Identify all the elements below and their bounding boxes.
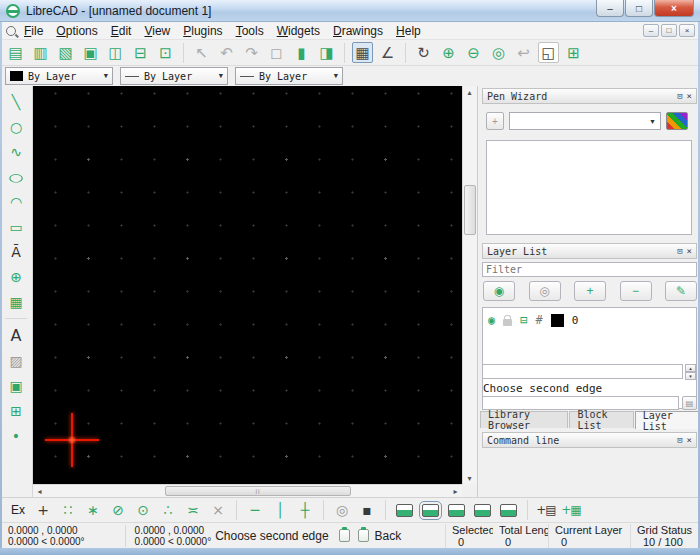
color-select[interactable]: By Layer ▼ bbox=[5, 67, 113, 85]
layer-list-header[interactable]: Layer List ⊡ × bbox=[482, 243, 697, 259]
pen-wizard-header[interactable]: Pen Wizard ⊡ × bbox=[482, 88, 697, 104]
point-tool-icon[interactable]: • bbox=[6, 425, 27, 446]
view-screen-5-icon[interactable] bbox=[500, 504, 517, 517]
close-panel-icon[interactable]: × bbox=[687, 91, 692, 101]
spline-tool-icon[interactable]: ∿ bbox=[6, 141, 27, 162]
snap-grid-icon[interactable]: ∷ bbox=[58, 500, 78, 520]
snap-center-icon[interactable]: ⊙ bbox=[133, 500, 153, 520]
command-history-input[interactable] bbox=[482, 364, 683, 379]
menu-tools[interactable]: Tools bbox=[236, 24, 264, 38]
snap-endpoint-icon[interactable]: ∗ bbox=[83, 500, 103, 520]
layer-print-icon[interactable]: ⊟ bbox=[520, 313, 527, 327]
command-input[interactable] bbox=[482, 396, 679, 410]
float-panel-icon[interactable]: ⊡ bbox=[677, 435, 682, 445]
library-tool-icon[interactable]: ⊞ bbox=[6, 400, 27, 421]
menu-drawings[interactable]: Drawings bbox=[333, 24, 383, 38]
zoom-in-icon[interactable]: ⊕ bbox=[438, 42, 459, 63]
zoom-auto-icon[interactable]: ◎ bbox=[488, 42, 509, 63]
select-window-icon[interactable]: ◻ bbox=[266, 42, 287, 63]
view-screen-4-icon[interactable] bbox=[474, 504, 491, 517]
horizontal-scroll-thumb[interactable]: || bbox=[165, 486, 351, 496]
add-command-widget-icon[interactable]: +▤ bbox=[536, 500, 556, 520]
layer-lock-icon[interactable] bbox=[503, 319, 512, 326]
layer-visible-icon[interactable]: ◉ bbox=[488, 313, 495, 327]
spin-up-icon[interactable]: ▴ bbox=[685, 364, 696, 372]
snap-free-icon[interactable]: + bbox=[33, 500, 53, 520]
pen-wizard-combo[interactable]: ▼ bbox=[509, 112, 661, 130]
add-layer-button[interactable]: + bbox=[574, 281, 606, 301]
insert-tool-icon[interactable]: ⊕ bbox=[6, 266, 27, 287]
menu-edit[interactable]: Edit bbox=[111, 24, 132, 38]
block-tool-icon[interactable]: ▦ bbox=[6, 291, 27, 312]
save-icon[interactable]: ▣ bbox=[80, 42, 101, 63]
zoom-pan-icon[interactable]: ⊞ bbox=[563, 42, 584, 63]
snap-middle-icon[interactable]: ∴ bbox=[158, 500, 178, 520]
ellipse-tool-icon[interactable]: ○ bbox=[3, 168, 29, 185]
draft-mode-icon[interactable]: ∠ bbox=[377, 42, 398, 63]
close-panel-icon[interactable]: × bbox=[687, 435, 692, 445]
edit-layer-button[interactable]: ✎ bbox=[665, 281, 697, 301]
snap-clear-icon[interactable]: × bbox=[208, 500, 228, 520]
command-keyboard-button[interactable]: ▤ bbox=[682, 396, 697, 410]
layer-color-swatch[interactable] bbox=[551, 314, 564, 327]
line-tool-icon[interactable]: ╲ bbox=[6, 91, 27, 112]
mdi-restore-button[interactable]: □ bbox=[661, 24, 677, 37]
close-button[interactable]: × bbox=[654, 0, 694, 17]
zoom-out-icon[interactable]: ⊖ bbox=[463, 42, 484, 63]
hatch-tool-icon[interactable]: ▨ bbox=[6, 350, 27, 371]
new-document-icon[interactable]: ▤ bbox=[5, 42, 26, 63]
scroll-left-icon[interactable]: ◂ bbox=[33, 485, 46, 497]
view-screen-2-icon[interactable] bbox=[422, 504, 439, 517]
spin-down-icon[interactable]: ▾ bbox=[685, 372, 696, 380]
tab-layer-list[interactable]: Layer List bbox=[635, 411, 699, 429]
scroll-right-icon[interactable]: ▸ bbox=[449, 485, 462, 497]
print-icon[interactable]: ⊟ bbox=[130, 42, 151, 63]
float-panel-icon[interactable]: ⊡ bbox=[677, 246, 682, 256]
back-icon[interactable] bbox=[358, 529, 369, 542]
menu-help[interactable]: Help bbox=[396, 24, 421, 38]
command-history-spinner[interactable]: ▴ ▾ bbox=[685, 364, 696, 379]
block-edit-icon[interactable]: ◨ bbox=[316, 42, 337, 63]
drawing-canvas[interactable] bbox=[33, 86, 462, 484]
pen-wizard-apply-button[interactable]: + bbox=[486, 112, 504, 130]
open-document-icon[interactable]: ▥ bbox=[30, 42, 51, 63]
dimension-tool-icon[interactable]: Ā bbox=[6, 241, 27, 262]
add-grid-widget-icon[interactable]: +▦ bbox=[561, 500, 581, 520]
redo-icon[interactable]: ↷ bbox=[241, 42, 262, 63]
line-width-select[interactable]: By Layer ▼ bbox=[120, 67, 228, 85]
maximize-button[interactable]: □ bbox=[625, 0, 653, 17]
minimize-button[interactable]: – bbox=[596, 0, 624, 17]
back-label[interactable]: Back bbox=[375, 529, 402, 543]
tab-block-list[interactable]: Block List bbox=[569, 411, 633, 428]
exclusive-snap-button[interactable]: Ex bbox=[8, 503, 28, 517]
snap-on-entity-icon[interactable]: ⊘ bbox=[108, 500, 128, 520]
menu-view[interactable]: View bbox=[144, 24, 170, 38]
show-all-layers-button[interactable]: ◉ bbox=[483, 281, 515, 301]
vertical-scrollbar[interactable]: ▴ ▾ bbox=[462, 86, 477, 484]
pointer-icon[interactable]: ↖ bbox=[191, 42, 212, 63]
grid-toggle-icon[interactable]: ▦ bbox=[352, 42, 373, 63]
layer-construction-icon[interactable]: # bbox=[535, 313, 542, 327]
text-tool-icon[interactable]: A bbox=[6, 325, 27, 346]
command-line-header[interactable]: Command line ⊡ × bbox=[482, 432, 697, 448]
zoom-redraw-icon[interactable]: ↻ bbox=[413, 42, 434, 63]
scroll-up-icon[interactable]: ▴ bbox=[463, 86, 476, 98]
menu-file[interactable]: File bbox=[24, 24, 43, 38]
layer-filter-input[interactable] bbox=[482, 262, 697, 277]
tab-library-browser[interactable]: Library Browser bbox=[480, 411, 568, 428]
pen-wizard-list[interactable] bbox=[486, 140, 692, 235]
polyline-tool-icon[interactable]: ▭ bbox=[6, 216, 27, 237]
hide-all-layers-button[interactable]: ◎ bbox=[529, 281, 561, 301]
block-icon[interactable]: ▮ bbox=[291, 42, 312, 63]
menu-plugins[interactable]: Plugins bbox=[183, 24, 222, 38]
scroll-down-icon[interactable]: ▾ bbox=[463, 472, 476, 484]
view-screen-3-icon[interactable] bbox=[448, 504, 465, 517]
snap-intersection-icon[interactable]: ≍ bbox=[183, 500, 203, 520]
circle-tool-icon[interactable]: ○ bbox=[6, 116, 27, 137]
pen-wizard-color-button[interactable] bbox=[666, 112, 688, 130]
vertical-scroll-thumb[interactable] bbox=[464, 185, 476, 235]
arc-tool-icon[interactable]: ◠ bbox=[6, 191, 27, 212]
menu-widgets[interactable]: Widgets bbox=[277, 24, 320, 38]
zoom-previous-icon[interactable]: ↩ bbox=[513, 42, 534, 63]
menu-options[interactable]: Options bbox=[56, 24, 97, 38]
